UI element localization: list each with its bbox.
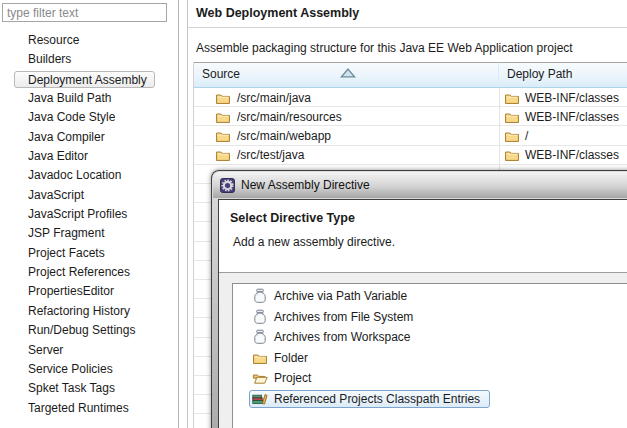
sidebar-item-project-facets[interactable]: Project Facets xyxy=(0,244,178,263)
directive-type-list: Archive via Path Variable Archives from … xyxy=(232,283,627,428)
page-description: Assemble packaging structure for this Ja… xyxy=(196,41,573,55)
list-item-folder[interactable]: Folder xyxy=(233,348,627,369)
sidebar-item-javadoc-location[interactable]: Javadoc Location xyxy=(0,166,178,185)
title-separator xyxy=(188,27,627,28)
list-item-archive-via-path-variable[interactable]: Archive via Path Variable xyxy=(233,286,627,307)
jar-icon xyxy=(252,288,268,304)
sidebar-item-javascript[interactable]: JavaScript xyxy=(0,186,178,205)
column-header-deploy-path[interactable]: Deploy Path xyxy=(499,63,627,87)
sidebar-item-resource[interactable]: Resource xyxy=(0,31,178,50)
list-item-archives-from-file-system[interactable]: Archives from File System xyxy=(233,307,627,328)
list-item-project[interactable]: Project xyxy=(233,368,627,389)
jar-icon xyxy=(252,309,268,325)
folder-icon xyxy=(504,109,520,125)
sidebar-item-service-policies[interactable]: Service Policies xyxy=(0,360,178,379)
list-item-label: Referenced Projects Classpath Entries xyxy=(274,392,480,406)
folder-icon xyxy=(215,90,231,106)
sidebar-item-deployment-assembly[interactable]: Deployment Assembly xyxy=(14,71,155,88)
sidebar-item-run-debug-settings[interactable]: Run/Debug Settings xyxy=(0,321,178,340)
preferences-sidebar: Resource Builders Deployment Assembly Ja… xyxy=(0,0,179,428)
sidebar-item-spket-task-tags[interactable]: Spket Task Tags xyxy=(0,379,178,398)
gear-icon xyxy=(220,178,235,193)
sort-ascending-icon xyxy=(340,65,356,81)
wizard-heading: Select Directive Type xyxy=(230,211,627,225)
sidebar-item-java-editor[interactable]: Java Editor xyxy=(0,147,178,166)
folder-icon xyxy=(504,147,520,163)
list-item-referenced-projects-classpath-entries[interactable]: Referenced Projects Classpath Entries xyxy=(249,390,490,409)
list-item-label: Archive via Path Variable xyxy=(274,289,407,303)
folder-icon xyxy=(504,90,520,106)
table-header: Source Deploy Path xyxy=(194,62,627,88)
table-row[interactable]: /src/main/resources WEB-INF/classes xyxy=(194,107,627,126)
source-path: /src/main/webapp xyxy=(237,129,331,143)
deploy-path: WEB-INF/classes xyxy=(525,110,619,124)
sidebar-item-server[interactable]: Server xyxy=(0,341,178,360)
folder-icon xyxy=(252,350,268,366)
new-assembly-directive-dialog: New Assembly Directive Select Directive … xyxy=(211,170,627,428)
dialog-body: Select Directive Type Add a new assembly… xyxy=(218,199,627,428)
list-item-label: Folder xyxy=(274,351,308,365)
sidebar-item-java-code-style[interactable]: Java Code Style xyxy=(0,108,178,127)
sidebar-item-properties-editor[interactable]: PropertiesEditor xyxy=(0,282,178,301)
list-item-label: Archives from File System xyxy=(274,310,413,324)
sidebar-item-project-references[interactable]: Project References xyxy=(0,263,178,282)
table-row[interactable]: /src/test/java WEB-INF/classes xyxy=(194,146,627,165)
filter-input[interactable] xyxy=(2,3,167,22)
properties-window: Resource Builders Deployment Assembly Ja… xyxy=(0,0,627,428)
source-path: /src/main/resources xyxy=(237,110,342,124)
folder-icon xyxy=(215,109,231,125)
dialog-title: New Assembly Directive xyxy=(241,178,370,192)
source-path: /src/main/java xyxy=(237,91,311,105)
sidebar-item-java-compiler[interactable]: Java Compiler xyxy=(0,128,178,147)
sidebar-item-builders[interactable]: Builders xyxy=(0,50,178,69)
source-path: /src/test/java xyxy=(237,148,304,162)
wizard-header: Select Directive Type Add a new assembly… xyxy=(219,200,627,272)
folder-icon xyxy=(504,128,520,144)
preferences-tree: Resource Builders Deployment Assembly Ja… xyxy=(0,31,178,418)
deploy-path: WEB-INF/classes xyxy=(525,91,619,105)
sidebar-item-javascript-profiles[interactable]: JavaScript Profiles xyxy=(0,205,178,224)
dialog-titlebar[interactable]: New Assembly Directive xyxy=(213,172,627,198)
table-row[interactable]: /src/main/java WEB-INF/classes xyxy=(194,88,627,107)
page-title: Web Deployment Assembly xyxy=(196,6,359,20)
wizard-content: Archive via Path Variable Archives from … xyxy=(219,273,627,428)
library-icon xyxy=(252,391,268,407)
list-item-archives-from-workspace[interactable]: Archives from Workspace xyxy=(233,327,627,348)
wizard-description: Add a new assembly directive. xyxy=(233,235,627,249)
deploy-path: WEB-INF/classes xyxy=(525,148,619,162)
deploy-path: / xyxy=(525,129,528,143)
folder-icon xyxy=(215,147,231,163)
list-item-label: Project xyxy=(274,371,311,385)
sidebar-item-targeted-runtimes[interactable]: Targeted Runtimes xyxy=(0,399,178,418)
sidebar-item-refactoring-history[interactable]: Refactoring History xyxy=(0,302,178,321)
list-item-label: Archives from Workspace xyxy=(274,330,410,344)
folder-icon xyxy=(215,128,231,144)
jar-icon xyxy=(252,329,268,345)
sidebar-item-java-build-path[interactable]: Java Build Path xyxy=(0,89,178,108)
table-row[interactable]: /src/main/webapp / xyxy=(194,126,627,145)
sidebar-item-jsp-fragment[interactable]: JSP Fragment xyxy=(0,224,178,243)
open-folder-icon xyxy=(252,370,268,386)
